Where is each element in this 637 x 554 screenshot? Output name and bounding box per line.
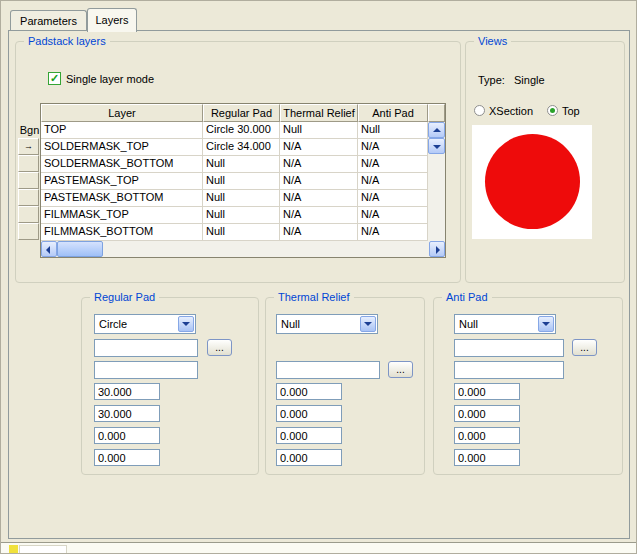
cell-anti-pad[interactable]: Null xyxy=(358,122,428,139)
cell-thermal-relief[interactable]: Null xyxy=(280,122,358,139)
cell-thermal-relief[interactable]: N/A xyxy=(280,224,358,241)
right-arrow-icon xyxy=(436,246,440,254)
up-arrow-icon xyxy=(433,128,441,132)
cell-anti-pad[interactable]: N/A xyxy=(358,207,428,224)
thermal-relief-offset-y-input[interactable] xyxy=(276,449,342,466)
anti-pad-shape-browse-button[interactable]: ... xyxy=(572,339,597,356)
thermal-relief-height-input[interactable] xyxy=(276,405,342,422)
combo-selected-value: Null xyxy=(459,318,478,330)
cell-regular-pad[interactable]: Null xyxy=(203,190,280,207)
cell-regular-pad[interactable]: Null xyxy=(203,207,280,224)
chevron-down-icon xyxy=(182,322,190,326)
current-row-arrow-button[interactable]: → xyxy=(18,138,39,155)
cell-thermal-relief[interactable]: N/A xyxy=(280,139,358,156)
cell-anti-pad[interactable]: N/A xyxy=(358,190,428,207)
cell-regular-pad[interactable]: Null xyxy=(203,156,280,173)
regular-pad-offset-x-input[interactable] xyxy=(94,427,160,444)
right-arrow-icon: → xyxy=(24,141,33,151)
single-layer-mode-checkbox[interactable]: ✓ xyxy=(48,72,61,85)
cell-layer[interactable]: FILMMASK_TOP xyxy=(41,207,203,224)
regular-pad-offset-y-input[interactable] xyxy=(94,449,160,466)
regular-pad-shape-browse-button[interactable]: ... xyxy=(207,339,232,356)
tab-parameters[interactable]: Parameters xyxy=(10,10,87,31)
cell-thermal-relief[interactable]: N/A xyxy=(280,207,358,224)
regular-pad-flash-input[interactable] xyxy=(94,361,198,379)
row-header-button[interactable] xyxy=(18,172,39,189)
column-header-regular-pad[interactable]: Regular Pad xyxy=(203,104,280,122)
anti-pad-flash-input[interactable] xyxy=(454,361,564,379)
regular-pad-shape-input[interactable] xyxy=(94,339,198,357)
cell-layer[interactable]: SOLDERMASK_BOTTOM xyxy=(41,156,203,173)
thermal-relief-offset-x-input[interactable] xyxy=(276,427,342,444)
cell-thermal-relief[interactable]: N/A xyxy=(280,190,358,207)
cell-anti-pad[interactable]: N/A xyxy=(358,139,428,156)
scroll-up-button[interactable] xyxy=(428,122,445,138)
xsection-radio[interactable] xyxy=(474,105,485,116)
cell-anti-pad[interactable]: N/A xyxy=(358,156,428,173)
thermal-relief-width-input[interactable] xyxy=(276,383,342,400)
cell-layer[interactable]: PASTEMASK_BOTTOM xyxy=(41,190,203,207)
horizontal-scrollbar[interactable] xyxy=(41,241,445,257)
anti-pad-height-input[interactable] xyxy=(454,405,520,422)
anti-pad-geometry-combo[interactable]: Null xyxy=(454,314,556,334)
scroll-down-button[interactable] xyxy=(428,138,445,154)
scroll-right-button[interactable] xyxy=(429,241,445,257)
column-header-layer[interactable]: Layer xyxy=(41,104,203,122)
table-row: SOLDERMASK_TOP Circle 34.000 N/A N/A xyxy=(41,139,428,156)
thermal-relief-geometry-combo[interactable]: Null xyxy=(276,314,378,334)
table-header-row: Layer Regular Pad Thermal Relief Anti Pa… xyxy=(41,104,445,122)
combo-dropdown-button[interactable] xyxy=(360,316,376,332)
table-row: PASTEMASK_TOP Null N/A N/A xyxy=(41,173,428,190)
chevron-down-icon xyxy=(364,322,372,326)
cell-thermal-relief[interactable]: N/A xyxy=(280,156,358,173)
cell-regular-pad[interactable]: Null xyxy=(203,224,280,241)
scroll-left-button[interactable] xyxy=(41,241,57,257)
anti-pad-width-input[interactable] xyxy=(454,383,520,400)
row-header-button[interactable] xyxy=(18,155,39,172)
column-header-anti-pad[interactable]: Anti Pad xyxy=(358,104,428,122)
thermal-relief-group: Thermal Relief Null ... xyxy=(265,297,425,475)
cell-regular-pad[interactable]: Circle 30.000 xyxy=(203,122,280,139)
table-row: FILMMASK_BOTTOM Null N/A N/A xyxy=(41,224,428,241)
cell-anti-pad[interactable]: N/A xyxy=(358,173,428,190)
combo-selected-value: Null xyxy=(281,318,300,330)
down-arrow-icon xyxy=(433,145,441,149)
type-label: Type: xyxy=(478,73,505,87)
row-header-button[interactable] xyxy=(18,223,39,240)
row-header-button[interactable] xyxy=(18,189,39,206)
regular-pad-group: Regular Pad Circle ... xyxy=(81,297,259,475)
cell-layer[interactable]: TOP xyxy=(41,122,203,139)
regular-pad-height-input[interactable] xyxy=(94,405,160,422)
tab-layers[interactable]: Layers xyxy=(87,8,137,32)
thermal-relief-flash-input[interactable] xyxy=(276,361,380,379)
cell-layer[interactable]: PASTEMASK_TOP xyxy=(41,173,203,190)
cell-thermal-relief[interactable]: N/A xyxy=(280,173,358,190)
type-value: Single xyxy=(514,73,545,87)
background-window-white-block xyxy=(19,545,67,554)
regular-pad-geometry-combo[interactable]: Circle xyxy=(94,314,196,334)
column-header-thermal-relief[interactable]: Thermal Relief xyxy=(280,104,358,122)
combo-dropdown-button[interactable] xyxy=(178,316,194,332)
padstack-layers-table: Layer Regular Pad Thermal Relief Anti Pa… xyxy=(40,103,446,258)
single-layer-mode-label: Single layer mode xyxy=(66,72,154,86)
thermal-relief-group-title: Thermal Relief xyxy=(274,290,354,304)
cell-layer[interactable]: FILMMASK_BOTTOM xyxy=(41,224,203,241)
xsection-radio-label: XSection xyxy=(489,104,533,118)
anti-pad-offset-y-input[interactable] xyxy=(454,449,520,466)
combo-selected-value: Circle xyxy=(99,318,127,330)
vertical-scrollbar[interactable] xyxy=(428,122,445,241)
regular-pad-width-input[interactable] xyxy=(94,383,160,400)
thermal-relief-flash-browse-button[interactable]: ... xyxy=(388,361,413,378)
anti-pad-shape-input[interactable] xyxy=(454,339,564,357)
combo-dropdown-button[interactable] xyxy=(538,316,554,332)
anti-pad-group: Anti Pad Null ... xyxy=(433,297,623,475)
cell-layer[interactable]: SOLDERMASK_TOP xyxy=(41,139,203,156)
table-row: SOLDERMASK_BOTTOM Null N/A N/A xyxy=(41,156,428,173)
cell-regular-pad[interactable]: Null xyxy=(203,173,280,190)
cell-anti-pad[interactable]: N/A xyxy=(358,224,428,241)
horizontal-scroll-thumb[interactable] xyxy=(57,241,103,257)
cell-regular-pad[interactable]: Circle 34.000 xyxy=(203,139,280,156)
row-header-button[interactable] xyxy=(18,206,39,223)
top-radio[interactable] xyxy=(547,105,558,116)
anti-pad-offset-x-input[interactable] xyxy=(454,427,520,444)
